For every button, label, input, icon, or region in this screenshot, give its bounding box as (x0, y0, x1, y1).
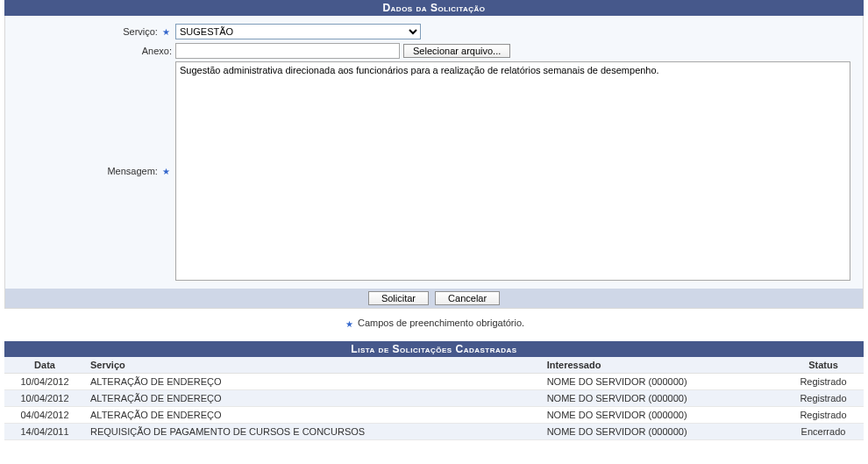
cell-interessado: NOME DO SERVIDOR (000000) (542, 373, 783, 389)
anexo-label: Anexo: (142, 46, 172, 56)
mensagem-label-wrap: Mensagem: ★ (5, 163, 175, 180)
section-header-lista: Lista de Solicitações Cadastradas (4, 341, 864, 357)
cell-status: Registrado (783, 389, 864, 406)
cell-interessado: NOME DO SERVIDOR (000000) (542, 423, 783, 439)
anexo-input[interactable] (175, 43, 400, 59)
cell-data: 04/04/2012 (4, 406, 85, 423)
required-note: ★ Campos de preenchimento obrigatório. (4, 309, 864, 341)
cell-servico: ALTERAÇÃO DE ENDEREÇO (85, 406, 542, 423)
required-note-text: Campos de preenchimento obrigatório. (358, 318, 524, 328)
required-star-icon: ★ (160, 27, 172, 37)
cell-servico: ALTERAÇÃO DE ENDEREÇO (85, 373, 542, 389)
th-data: Data (4, 357, 85, 374)
table-row: 10/04/2012ALTERAÇÃO DE ENDEREÇONOME DO S… (4, 389, 864, 406)
cell-interessado: NOME DO SERVIDOR (000000) (542, 406, 783, 423)
cell-servico: ALTERAÇÃO DE ENDEREÇO (85, 389, 542, 406)
section-header-dados: Dados da Solicitação (4, 0, 864, 16)
th-status: Status (783, 357, 864, 374)
table-row: 04/04/2012ALTERAÇÃO DE ENDEREÇONOME DO S… (4, 406, 864, 423)
form-area: Serviço: ★ SUGESTÃO Anexo: Selecionar ar… (4, 16, 864, 289)
cell-status: Registrado (783, 373, 864, 389)
button-bar: Solicitar Cancelar (4, 289, 864, 309)
cell-data: 10/04/2012 (4, 373, 85, 389)
required-star-icon: ★ (344, 319, 355, 329)
anexo-label-wrap: Anexo: (5, 43, 175, 59)
solicitar-button[interactable]: Solicitar (368, 291, 429, 305)
cell-servico: REQUISIÇÃO DE PAGAMENTO DE CURSOS E CONC… (85, 423, 542, 439)
select-file-button[interactable]: Selecionar arquivo... (403, 44, 510, 58)
servico-label: Serviço: (123, 26, 158, 37)
cancelar-button[interactable]: Cancelar (435, 291, 500, 305)
table-row: 10/04/2012ALTERAÇÃO DE ENDEREÇONOME DO S… (4, 373, 864, 389)
servico-select[interactable]: SUGESTÃO (175, 24, 421, 39)
mensagem-label: Mensagem: (107, 166, 157, 176)
cell-data: 14/04/2011 (4, 423, 85, 439)
required-star-icon: ★ (160, 167, 172, 176)
cell-data: 10/04/2012 (4, 389, 85, 406)
cell-interessado: NOME DO SERVIDOR (000000) (542, 389, 783, 406)
th-interessado: Interessado (542, 357, 783, 374)
servico-label-wrap: Serviço: ★ (5, 24, 175, 40)
table-row: 14/04/2011REQUISIÇÃO DE PAGAMENTO DE CUR… (4, 423, 864, 439)
th-servico: Serviço (85, 357, 542, 374)
mensagem-textarea[interactable] (175, 61, 850, 281)
solicitacoes-table: Data Serviço Interessado Status 10/04/20… (4, 357, 864, 440)
cell-status: Encerrado (783, 423, 864, 439)
cell-status: Registrado (783, 406, 864, 423)
